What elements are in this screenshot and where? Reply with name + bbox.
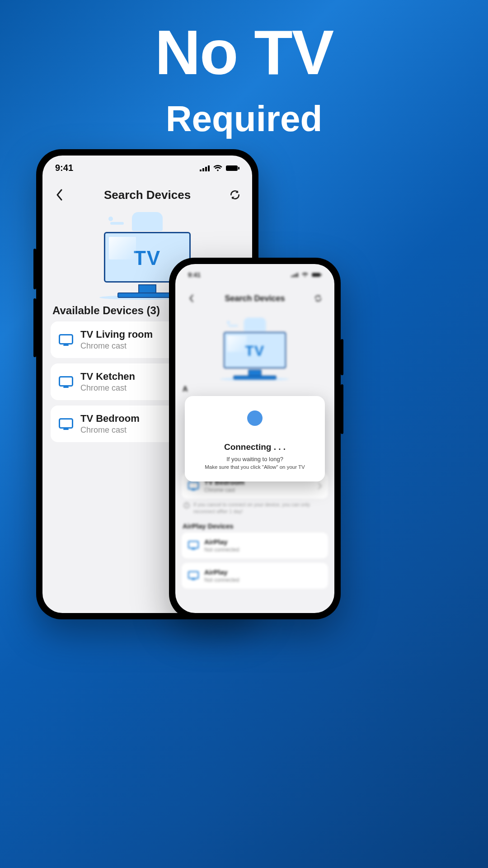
svg-rect-3 [208, 165, 210, 171]
top-bar: Search Devices [175, 281, 334, 312]
refresh-icon [314, 294, 322, 302]
chevron-left-icon [189, 294, 194, 302]
svg-rect-0 [200, 170, 202, 171]
svg-point-22 [186, 504, 187, 505]
device-subtitle: Chrome cast [80, 383, 135, 393]
cast-icon [188, 541, 199, 550]
svg-rect-11 [63, 429, 69, 430]
chevron-left-icon [56, 189, 64, 201]
modal-hint: Make sure that you click "Allow" on your… [191, 464, 319, 470]
device-subtitle: Chrome cast [80, 425, 140, 435]
top-bar: Search Devices [42, 176, 252, 209]
cast-icon [188, 481, 199, 491]
device-row[interactable]: AirPlay Not connected [182, 533, 328, 558]
svg-rect-13 [293, 275, 294, 277]
cellular-icon [291, 273, 298, 277]
headline-line-2: Required [0, 98, 488, 140]
phone-mockup-right: 9:41 Search Devices [169, 258, 341, 619]
status-time: 9:41 [188, 271, 201, 278]
available-devices-heading: A [175, 385, 334, 396]
device-name: AirPlay [204, 538, 239, 546]
svg-rect-9 [63, 387, 69, 388]
device-name: AirPlay [204, 568, 239, 576]
back-button[interactable] [52, 188, 67, 202]
svg-rect-26 [192, 579, 196, 580]
device-subtitle: Not connected [204, 577, 239, 583]
device-subtitle: Chrome cast [80, 341, 153, 351]
wifi-icon [302, 273, 308, 277]
tv-illustration: TV [197, 318, 312, 380]
modal-title: Connecting . . . [191, 442, 319, 452]
svg-rect-12 [291, 276, 292, 277]
warning-note: If you cancel to connect on your device,… [175, 499, 334, 519]
status-bar: 9:41 [42, 156, 252, 176]
device-name: TV Ketchen [80, 371, 135, 382]
airplay-list: AirPlay Not connected AirPlay Not connec… [175, 533, 334, 589]
status-bar: 9:41 [175, 264, 334, 281]
warning-note-text: If you cancel to connect on your device,… [193, 501, 326, 515]
cast-icon [188, 571, 199, 580]
device-subtitle: Chrome cast [204, 487, 244, 493]
battery-icon [226, 165, 239, 171]
svg-rect-4 [226, 165, 238, 171]
status-time: 9:41 [55, 163, 73, 173]
svg-rect-16 [312, 273, 320, 277]
back-button[interactable] [184, 291, 199, 306]
device-name: TV Bedroom [80, 413, 140, 425]
svg-rect-6 [60, 335, 73, 344]
svg-rect-8 [60, 377, 73, 386]
cast-icon [59, 334, 73, 346]
svg-rect-23 [188, 542, 198, 548]
device-name: TV Living room [80, 329, 153, 340]
chevron-right-icon [318, 483, 322, 489]
promo-headline: No TV Required [0, 16, 488, 140]
tv-illustration-label: TV [225, 343, 285, 359]
svg-rect-7 [63, 344, 69, 346]
svg-rect-17 [321, 274, 322, 276]
svg-rect-1 [202, 168, 204, 171]
svg-rect-18 [188, 482, 198, 489]
modal-subtitle: If you waiting to long? [191, 456, 319, 462]
device-row[interactable]: AirPlay Not connected [182, 563, 328, 589]
connecting-modal: Connecting . . . If you waiting to long?… [185, 396, 325, 481]
cellular-icon [200, 165, 210, 171]
refresh-button[interactable] [228, 188, 242, 202]
svg-rect-14 [295, 274, 296, 277]
airplay-devices-heading: AirPlay Devices [175, 519, 334, 533]
svg-rect-10 [60, 419, 73, 428]
svg-rect-25 [188, 572, 198, 579]
svg-rect-24 [192, 549, 196, 550]
svg-rect-21 [186, 505, 187, 507]
page-title: Search Devices [104, 188, 191, 202]
status-icons [200, 165, 239, 171]
page-title: Search Devices [225, 294, 285, 303]
info-icon [183, 502, 190, 509]
cast-icon [59, 376, 73, 388]
refresh-button[interactable] [311, 291, 325, 306]
svg-rect-19 [192, 489, 196, 490]
refresh-icon [229, 189, 241, 201]
loading-dot-icon [247, 410, 263, 426]
svg-rect-2 [205, 167, 207, 171]
wifi-icon [213, 165, 222, 171]
cast-icon [59, 418, 73, 430]
svg-rect-15 [297, 273, 298, 277]
status-icons [291, 273, 322, 277]
device-subtitle: Not connected [204, 547, 239, 553]
battery-icon [312, 273, 322, 277]
svg-rect-5 [238, 167, 239, 170]
headline-line-1: No TV [0, 16, 488, 89]
